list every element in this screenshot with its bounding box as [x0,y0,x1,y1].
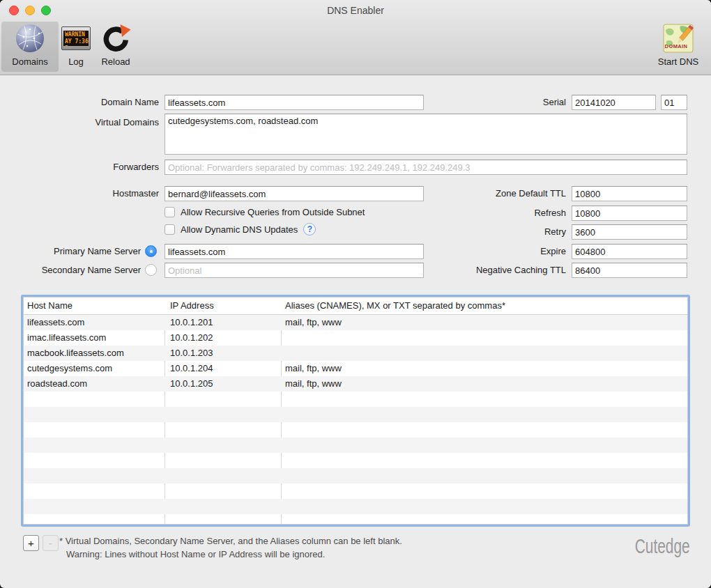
serial-date-input[interactable] [572,95,656,110]
cell-aliases: mail, ftp, www [285,317,342,327]
negative-ttl-input[interactable] [572,263,687,278]
allow-dynamic-row: Allow Dynamic DNS Updates ? [165,223,316,235]
toolbar-item-log[interactable]: WARNIN AY 7:36 P Log [60,22,92,72]
serial-label: Serial [446,97,566,107]
domain-name-input[interactable] [165,95,424,110]
table-empty-row [24,483,687,499]
footer-note-line2: Warning: Lines without Host Name or IP A… [59,548,402,561]
cutedge-logo: Cutedge [635,535,690,558]
column-header-ip[interactable]: IP Address [170,300,214,311]
hostmaster-input[interactable] [165,186,424,201]
table-empty-row [24,514,687,525]
expire-input[interactable] [572,244,687,259]
domain-name-label: Domain Name [0,97,159,107]
toolbar-item-domains[interactable]: Domains [1,22,59,72]
forwarders-input[interactable] [165,160,687,175]
allow-recursive-checkbox[interactable] [165,207,175,217]
table-header: Host Name IP Address Aliases (CNAMES), M… [24,297,687,315]
remove-row-button[interactable]: - [43,535,59,551]
retry-label: Retry [418,226,566,237]
toolbar-item-label: Start DNS [658,56,699,67]
cell-ip: 10.0.1.203 [170,348,213,358]
negative-ttl-label: Negative Caching TTL [418,265,566,275]
expire-label: Expire [418,246,566,256]
cell-hostname: lifeassets.com [27,317,84,327]
table-empty-row [24,453,687,468]
table-row[interactable]: cutedgesystems.com 10.0.1.204 mail, ftp,… [24,361,687,376]
help-icon[interactable]: ? [303,223,316,235]
primary-ns-label: Primary Name Server [0,246,141,256]
table-row[interactable]: imac.lifeassets.com 10.0.1.202 [24,330,687,346]
column-header-hostname[interactable]: Host Name [27,300,72,311]
globe-icon [15,22,45,55]
table-row[interactable]: roadstead.com 10.0.1.205 mail, ftp, www [24,376,687,392]
toolbar-item-label: Log [68,56,84,67]
secondary-ns-input[interactable] [165,263,424,278]
map-icon-text: DOMAIN [665,43,688,49]
led-line1: WARNIN [65,31,89,38]
forwarders-label: Forwarders [0,162,159,172]
cell-ip: 10.0.1.201 [170,317,213,327]
table-empty-row [24,407,687,422]
cell-hostname: cutedgesystems.com [27,363,112,373]
toolbar-item-start-dns[interactable]: DOMAIN Start DNS [651,22,705,72]
reload-icon [100,22,131,55]
window-chrome: DNS Enabler [0,0,711,75]
table-row[interactable]: macbook.lifeassets.com 10.0.1.203 [24,346,687,361]
primary-ns-input[interactable] [165,244,424,259]
virtual-domains-textarea[interactable]: cutedgesystems.com, roadstead.com [165,114,687,155]
cell-hostname: roadstead.com [27,378,87,389]
host-table: Host Name IP Address Aliases (CNAMES), M… [21,295,690,527]
led-line2: AY 7:36 P [65,38,89,46]
window-title: DNS Enabler [0,0,711,21]
table-empty-row [24,438,687,453]
table-row[interactable]: lifeassets.com 10.0.1.201 mail, ftp, www [24,315,687,330]
allow-recursive-label: Allow Recursive Queries from Outside Sub… [181,207,365,217]
cell-ip: 10.0.1.205 [170,378,213,389]
refresh-label: Refresh [418,208,566,218]
table-empty-row [24,468,687,483]
map-domain-icon: DOMAIN [663,22,694,55]
cell-hostname: imac.lifeassets.com [27,332,106,343]
cell-aliases: mail, ftp, www [285,378,342,389]
allow-dynamic-label: Allow Dynamic DNS Updates [181,224,298,235]
log-led-icon: WARNIN AY 7:36 P [61,22,91,55]
cell-aliases: mail, ftp, www [285,363,342,373]
retry-input[interactable] [572,224,687,240]
toolbar-item-reload[interactable]: Reload [94,22,137,72]
allow-dynamic-checkbox[interactable] [165,224,175,235]
footer-note: * Virtual Domains, Secondary Name Server… [59,534,402,561]
footer-note-line1: * Virtual Domains, Secondary Name Server… [59,534,402,548]
primary-ns-radio[interactable] [145,245,157,257]
secondary-ns-label: Secondary Name Server [0,265,141,275]
table-empty-row [24,422,687,438]
refresh-input[interactable] [572,206,687,221]
cell-hostname: macbook.lifeassets.com [27,348,124,358]
virtual-domains-label: Virtual Domains [0,117,159,127]
allow-recursive-row: Allow Recursive Queries from Outside Sub… [165,207,365,217]
secondary-ns-radio[interactable] [145,264,157,276]
cell-ip: 10.0.1.204 [170,363,213,373]
table-empty-row [24,499,687,514]
toolbar-item-label: Domains [12,56,47,67]
zone-ttl-label: Zone Default TTL [418,188,566,199]
zone-ttl-input[interactable] [572,186,687,201]
table-empty-row [24,392,687,407]
hostmaster-label: Hostmaster [0,188,159,199]
column-header-aliases[interactable]: Aliases (CNAMES), MX or TXT separated by… [285,300,505,311]
app-window: DNS Enabler [0,0,711,588]
serial-count-input[interactable] [661,95,687,110]
cell-ip: 10.0.1.202 [170,332,213,343]
add-row-button[interactable]: + [23,535,39,551]
toolbar-item-label: Reload [101,56,130,67]
